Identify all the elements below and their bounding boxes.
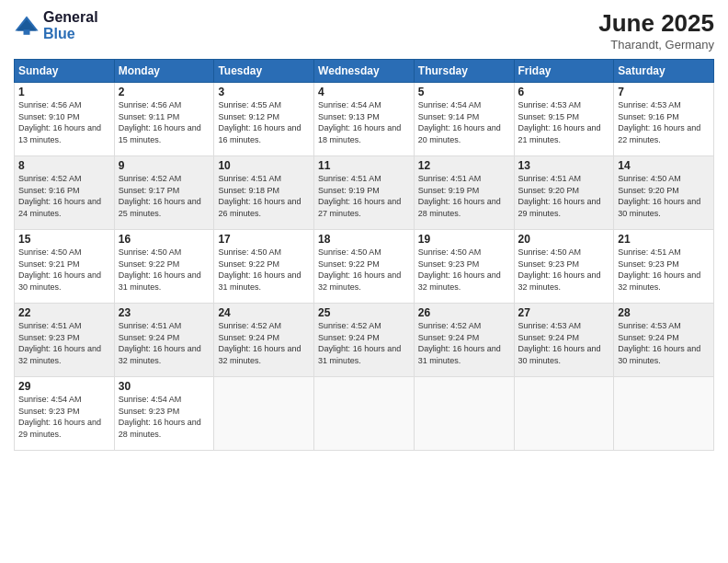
title-block: June 2025 Tharandt, Germany [598,9,714,52]
table-row: 13Sunrise: 4:51 AMSunset: 9:20 PMDayligh… [514,156,614,230]
table-row: 11Sunrise: 4:51 AMSunset: 9:19 PMDayligh… [314,156,415,230]
day-number: 26 [418,306,510,319]
month-title: June 2025 [598,9,714,38]
table-row: 10Sunrise: 4:51 AMSunset: 9:18 PMDayligh… [214,156,314,230]
table-row: 17Sunrise: 4:50 AMSunset: 9:22 PMDayligh… [214,230,314,304]
table-row: 21Sunrise: 4:51 AMSunset: 9:23 PMDayligh… [614,230,714,304]
day-number: 28 [618,306,710,319]
col-wednesday: Wednesday [314,60,415,83]
table-row: 20Sunrise: 4:50 AMSunset: 9:23 PMDayligh… [514,230,614,304]
col-saturday: Saturday [614,60,714,83]
table-row: 22Sunrise: 4:51 AMSunset: 9:23 PMDayligh… [15,304,115,377]
table-row: 28Sunrise: 4:53 AMSunset: 9:24 PMDayligh… [614,304,714,377]
day-info: Sunrise: 4:56 AMSunset: 9:10 PMDaylight:… [18,99,110,145]
logo-text: General Blue [43,9,98,41]
day-number: 17 [218,233,310,246]
day-number: 25 [318,306,410,319]
day-info: Sunrise: 4:51 AMSunset: 9:24 PMDaylight:… [119,320,210,366]
day-info: Sunrise: 4:51 AMSunset: 9:19 PMDaylight:… [318,173,410,219]
day-number: 19 [418,233,510,246]
col-sunday: Sunday [15,60,115,83]
day-number: 27 [518,306,610,319]
logo-icon [14,13,40,39]
day-number: 5 [418,86,510,98]
day-info: Sunrise: 4:55 AMSunset: 9:12 PMDaylight:… [218,99,310,145]
day-info: Sunrise: 4:52 AMSunset: 9:17 PMDaylight:… [119,173,210,219]
day-info: Sunrise: 4:54 AMSunset: 9:23 PMDaylight:… [119,394,210,440]
day-number: 20 [518,233,610,246]
day-number: 29 [18,380,110,393]
table-row: 27Sunrise: 4:53 AMSunset: 9:24 PMDayligh… [514,304,614,377]
table-row [414,377,514,451]
col-monday: Monday [114,60,214,83]
calendar-header-row: Sunday Monday Tuesday Wednesday Thursday… [15,60,714,83]
col-tuesday: Tuesday [214,60,314,83]
day-number: 7 [618,86,710,98]
day-info: Sunrise: 4:50 AMSunset: 9:23 PMDaylight:… [518,247,610,293]
table-row: 25Sunrise: 4:52 AMSunset: 9:24 PMDayligh… [314,304,415,377]
calendar-table: Sunday Monday Tuesday Wednesday Thursday… [14,59,714,451]
day-info: Sunrise: 4:50 AMSunset: 9:22 PMDaylight:… [119,247,210,293]
col-friday: Friday [514,60,614,83]
table-row [214,377,314,451]
day-info: Sunrise: 4:50 AMSunset: 9:22 PMDaylight:… [218,247,310,293]
day-number: 10 [218,159,310,172]
week-row-4: 22Sunrise: 4:51 AMSunset: 9:23 PMDayligh… [15,304,714,377]
table-row: 4Sunrise: 4:54 AMSunset: 9:13 PMDaylight… [314,83,415,156]
header: General Blue June 2025 Tharandt, Germany [14,9,714,52]
day-number: 8 [18,159,110,172]
table-row: 6Sunrise: 4:53 AMSunset: 9:15 PMDaylight… [514,83,614,156]
day-number: 23 [119,306,210,319]
day-info: Sunrise: 4:52 AMSunset: 9:24 PMDaylight:… [318,320,410,366]
day-info: Sunrise: 4:51 AMSunset: 9:19 PMDaylight:… [418,173,510,219]
day-info: Sunrise: 4:50 AMSunset: 9:23 PMDaylight:… [418,247,510,293]
day-number: 11 [318,159,410,172]
day-number: 21 [618,233,710,246]
day-info: Sunrise: 4:53 AMSunset: 9:24 PMDaylight:… [518,320,610,366]
day-info: Sunrise: 4:51 AMSunset: 9:23 PMDaylight:… [618,247,710,293]
day-info: Sunrise: 4:52 AMSunset: 9:24 PMDaylight:… [218,320,310,366]
day-number: 24 [218,306,310,319]
day-number: 14 [618,159,710,172]
day-info: Sunrise: 4:51 AMSunset: 9:23 PMDaylight:… [18,320,110,366]
day-info: Sunrise: 4:54 AMSunset: 9:13 PMDaylight:… [318,99,410,145]
table-row: 24Sunrise: 4:52 AMSunset: 9:24 PMDayligh… [214,304,314,377]
table-row: 12Sunrise: 4:51 AMSunset: 9:19 PMDayligh… [414,156,514,230]
table-row [514,377,614,451]
day-info: Sunrise: 4:51 AMSunset: 9:20 PMDaylight:… [518,173,610,219]
logo-general-text: General [43,9,98,26]
day-info: Sunrise: 4:53 AMSunset: 9:24 PMDaylight:… [618,320,710,366]
day-info: Sunrise: 4:52 AMSunset: 9:16 PMDaylight:… [18,173,110,219]
table-row: 1Sunrise: 4:56 AMSunset: 9:10 PMDaylight… [15,83,115,156]
location: Tharandt, Germany [598,38,714,52]
day-number: 12 [418,159,510,172]
table-row: 8Sunrise: 4:52 AMSunset: 9:16 PMDaylight… [15,156,115,230]
table-row: 7Sunrise: 4:53 AMSunset: 9:16 PMDaylight… [614,83,714,156]
table-row: 9Sunrise: 4:52 AMSunset: 9:17 PMDaylight… [114,156,214,230]
table-row: 23Sunrise: 4:51 AMSunset: 9:24 PMDayligh… [114,304,214,377]
day-number: 13 [518,159,610,172]
day-info: Sunrise: 4:54 AMSunset: 9:23 PMDaylight:… [18,394,110,440]
day-info: Sunrise: 4:50 AMSunset: 9:21 PMDaylight:… [18,247,110,293]
week-row-3: 15Sunrise: 4:50 AMSunset: 9:21 PMDayligh… [15,230,714,304]
week-row-1: 1Sunrise: 4:56 AMSunset: 9:10 PMDaylight… [15,83,714,156]
day-info: Sunrise: 4:53 AMSunset: 9:15 PMDaylight:… [518,99,610,145]
table-row [314,377,415,451]
day-info: Sunrise: 4:50 AMSunset: 9:20 PMDaylight:… [618,173,710,219]
week-row-5: 29Sunrise: 4:54 AMSunset: 9:23 PMDayligh… [15,377,714,451]
svg-rect-2 [24,29,30,35]
table-row: 18Sunrise: 4:50 AMSunset: 9:22 PMDayligh… [314,230,415,304]
day-number: 4 [318,86,410,98]
day-number: 16 [119,233,210,246]
day-number: 2 [119,86,210,98]
col-thursday: Thursday [414,60,514,83]
day-info: Sunrise: 4:52 AMSunset: 9:24 PMDaylight:… [418,320,510,366]
day-info: Sunrise: 4:54 AMSunset: 9:14 PMDaylight:… [418,99,510,145]
table-row: 19Sunrise: 4:50 AMSunset: 9:23 PMDayligh… [414,230,514,304]
table-row: 29Sunrise: 4:54 AMSunset: 9:23 PMDayligh… [15,377,115,451]
day-number: 15 [18,233,110,246]
day-number: 1 [18,86,110,98]
page: General Blue June 2025 Tharandt, Germany… [0,0,728,563]
week-row-2: 8Sunrise: 4:52 AMSunset: 9:16 PMDaylight… [15,156,714,230]
day-info: Sunrise: 4:53 AMSunset: 9:16 PMDaylight:… [618,99,710,145]
